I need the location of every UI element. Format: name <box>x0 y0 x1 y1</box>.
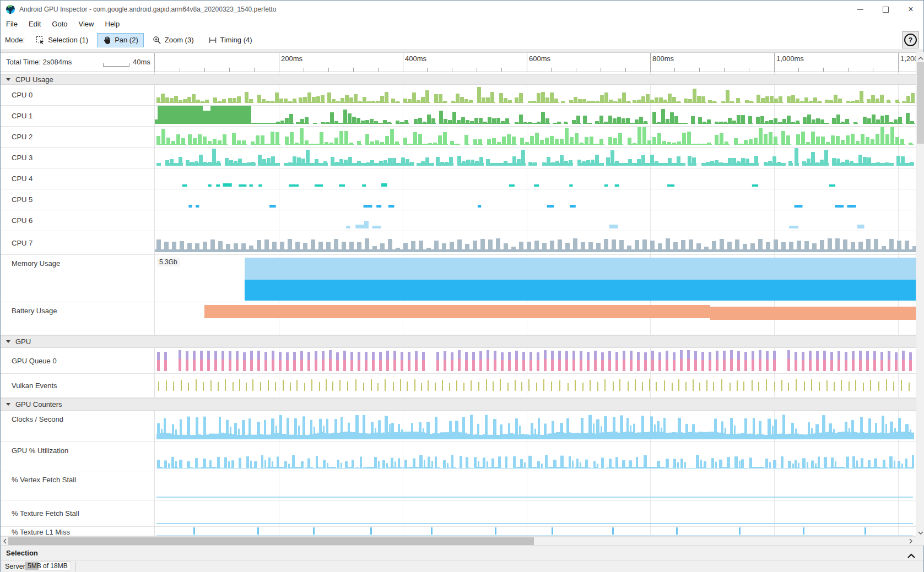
track-label: CPU 1 <box>12 112 33 120</box>
track-row-cpu-6: CPU 6 <box>1 210 916 231</box>
selection-panel-header[interactable]: Selection <box>1 546 923 560</box>
scroll-right-button[interactable] <box>906 537 915 546</box>
track-plot[interactable] <box>155 168 916 189</box>
menu-item-file[interactable]: File <box>1 18 23 30</box>
ruler-minor-tick <box>378 68 379 72</box>
track-plot[interactable] <box>155 255 916 302</box>
track-row-clocks-second: Clocks / Second <box>1 411 916 442</box>
track-plot[interactable] <box>155 348 916 373</box>
collapse-triangle-icon <box>6 340 10 343</box>
ruler-minor-tick <box>749 68 749 72</box>
menu-item-view[interactable]: View <box>73 18 100 30</box>
track-label: CPU 0 <box>12 91 33 99</box>
mode-button-zoom[interactable]: Zoom (3) <box>147 33 199 47</box>
pan-icon <box>102 36 111 45</box>
label-column-divider <box>154 53 155 72</box>
ruler-minor-tick <box>204 68 205 72</box>
ruler-major-tick <box>898 53 899 72</box>
ruler-minor-tick <box>798 68 799 72</box>
titlebar[interactable]: Android GPU Inspector - com.google.andro… <box>1 1 923 18</box>
minimize-icon <box>857 9 863 10</box>
ruler-tick-label: 800ms <box>652 55 674 63</box>
scroll-down-button[interactable] <box>916 527 924 536</box>
menu-item-goto[interactable]: Goto <box>46 18 73 30</box>
track-label: CPU 2 <box>12 133 33 141</box>
ruler-minor-tick <box>724 68 725 72</box>
track-plot[interactable] <box>155 500 916 526</box>
track-plot[interactable] <box>155 127 916 147</box>
ruler-minor-tick <box>328 68 329 72</box>
ruler-tick-label: 400ms <box>405 55 426 63</box>
track-plot[interactable] <box>155 85 916 105</box>
vertical-scrollbar-thumb[interactable] <box>917 62 924 144</box>
track-row-cpu-7: CPU 7 <box>1 231 916 255</box>
help-button[interactable]: ? <box>902 31 919 48</box>
mode-button-timing[interactable]: Timing (4) <box>203 33 258 47</box>
ruler-tick-label: 1,000ms <box>776 55 804 63</box>
mode-button-label: Timing (4) <box>220 36 252 44</box>
track-row-cpu-0: CPU 0 <box>1 85 916 106</box>
section-label: GPU Counters <box>15 400 62 408</box>
ruler-minor-tick <box>180 68 180 72</box>
track-plot[interactable] <box>155 411 916 442</box>
track-label: Clocks / Second <box>12 415 63 423</box>
track-row--texture-l1-miss: % Texture L1 Miss <box>1 527 916 536</box>
scale-bracket-icon <box>103 63 129 67</box>
track-label: CPU 5 <box>12 195 33 204</box>
track-label: CPU 6 <box>12 216 33 225</box>
track-plot[interactable] <box>155 148 916 168</box>
track-plot[interactable] <box>155 106 916 126</box>
track-plot[interactable] <box>155 302 916 335</box>
collapse-selection-button[interactable] <box>907 551 916 560</box>
mode-button-pan[interactable]: Pan (2) <box>97 33 144 47</box>
horizontal-scrollbar-thumb[interactable] <box>8 537 534 545</box>
ruler-minor-tick <box>625 68 626 72</box>
horizontal-scrollbar[interactable] <box>1 536 916 546</box>
mode-button-label: Pan (2) <box>115 36 138 44</box>
mode-label: Mode: <box>5 36 25 44</box>
ruler-minor-tick <box>601 68 601 72</box>
minimize-button[interactable] <box>847 1 873 18</box>
section-header-gpu[interactable]: GPU <box>1 335 916 348</box>
track-label: CPU 3 <box>12 154 33 162</box>
app-window: Android GPU Inspector - com.google.andro… <box>0 0 924 572</box>
track-plot[interactable] <box>155 442 916 471</box>
ruler-minor-tick <box>551 68 552 72</box>
ruler-major-tick <box>403 53 403 72</box>
track-plot[interactable] <box>155 231 916 254</box>
selection-icon <box>36 36 45 45</box>
ruler-minor-tick <box>229 68 230 72</box>
section-header-gpu-counters[interactable]: GPU Counters <box>1 398 916 411</box>
ruler-tick-label: 200ms <box>281 55 302 63</box>
track-label: GPU Queue 0 <box>12 357 57 365</box>
track-plot[interactable] <box>155 527 916 536</box>
window-controls: × <box>847 1 923 18</box>
track-row-cpu-3: CPU 3 <box>1 148 916 168</box>
ruler-minor-tick <box>254 68 255 72</box>
track-label: % Texture L1 Miss <box>12 528 70 536</box>
track-plot[interactable] <box>155 374 916 397</box>
vertical-scrollbar[interactable] <box>916 52 924 536</box>
close-icon: × <box>908 1 913 18</box>
section-header-cpu-usage[interactable]: CPU Usage <box>1 74 916 85</box>
scrollbar-corner <box>916 536 924 546</box>
track-row-gpu-queue-0: GPU Queue 0 <box>1 348 916 374</box>
close-button[interactable]: × <box>898 1 923 18</box>
mode-button-selection[interactable]: Selection (1) <box>30 33 94 47</box>
server-progress-bar: 5MB of 18MB <box>25 562 71 570</box>
maximize-button[interactable] <box>873 1 898 18</box>
ruler-major-tick <box>650 53 651 72</box>
ruler-minor-tick <box>576 68 576 72</box>
menu-item-edit[interactable]: Edit <box>23 18 46 30</box>
track-label: Memory Usage <box>12 259 60 268</box>
server-label: Server: <box>5 560 27 572</box>
scroll-up-button[interactable] <box>916 52 924 62</box>
scroll-left-button[interactable] <box>1 537 9 546</box>
timeline-ruler[interactable]: Total Time: 2s084ms 40ms 200ms400ms600ms… <box>1 52 923 72</box>
track-row-battery-usage: Battery Usage <box>1 302 916 335</box>
menu-item-help[interactable]: Help <box>100 18 126 30</box>
mode-button-label: Selection (1) <box>48 36 88 44</box>
track-plot[interactable] <box>155 471 916 500</box>
track-plot[interactable] <box>155 210 916 231</box>
track-plot[interactable] <box>155 189 916 210</box>
